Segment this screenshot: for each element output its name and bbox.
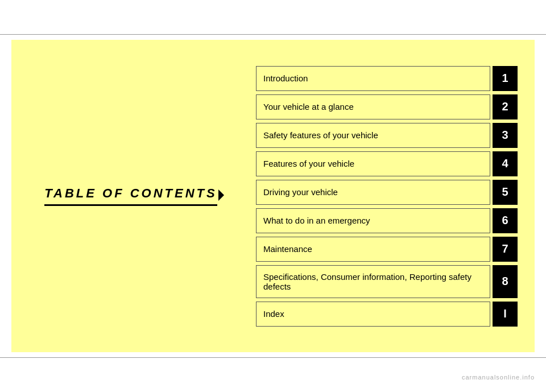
toc-number-specifications: 8 [493, 265, 518, 298]
toc-row-specifications[interactable]: Specifications, Consumer information, Re… [256, 265, 518, 298]
toc-number-safety-features: 3 [493, 123, 518, 148]
toc-row-features[interactable]: Features of your vehicle4 [256, 151, 518, 176]
left-panel: TABLE OF CONTENTS [11, 40, 250, 352]
bottom-divider [0, 357, 546, 358]
main-content: TABLE OF CONTENTS Introduction1Your vehi… [11, 40, 535, 352]
toc-number-vehicle-at-glance: 2 [493, 94, 518, 119]
toc-number-maintenance: 7 [493, 237, 518, 262]
toc-row-safety-features[interactable]: Safety features of your vehicle3 [256, 123, 518, 148]
toc-label-driving: Driving your vehicle [256, 180, 490, 205]
toc-row-vehicle-at-glance[interactable]: Your vehicle at a glance2 [256, 94, 518, 119]
toc-row-introduction[interactable]: Introduction1 [256, 66, 518, 91]
toc-row-emergency[interactable]: What to do in an emergency6 [256, 208, 518, 233]
toc-number-driving: 5 [493, 180, 518, 205]
watermark: carmanualsonline.info [462, 374, 535, 381]
toc-label-vehicle-at-glance: Your vehicle at a glance [256, 94, 490, 119]
toc-list: Introduction1Your vehicle at a glance2Sa… [250, 40, 535, 352]
toc-label-introduction: Introduction [256, 66, 490, 91]
toc-label-specifications: Specifications, Consumer information, Re… [256, 265, 490, 298]
toc-row-index[interactable]: IndexI [256, 302, 518, 327]
toc-title: TABLE OF CONTENTS [44, 186, 217, 206]
toc-number-introduction: 1 [493, 66, 518, 91]
toc-number-index: I [493, 302, 518, 327]
toc-label-emergency: What to do in an emergency [256, 208, 490, 233]
toc-row-maintenance[interactable]: Maintenance7 [256, 237, 518, 262]
toc-label-features: Features of your vehicle [256, 151, 490, 176]
toc-label-safety-features: Safety features of your vehicle [256, 123, 490, 148]
toc-number-emergency: 6 [493, 208, 518, 233]
toc-label-maintenance: Maintenance [256, 237, 490, 262]
toc-number-features: 4 [493, 151, 518, 176]
toc-label-index: Index [256, 302, 490, 327]
toc-row-driving[interactable]: Driving your vehicle5 [256, 180, 518, 205]
top-divider [0, 34, 546, 35]
